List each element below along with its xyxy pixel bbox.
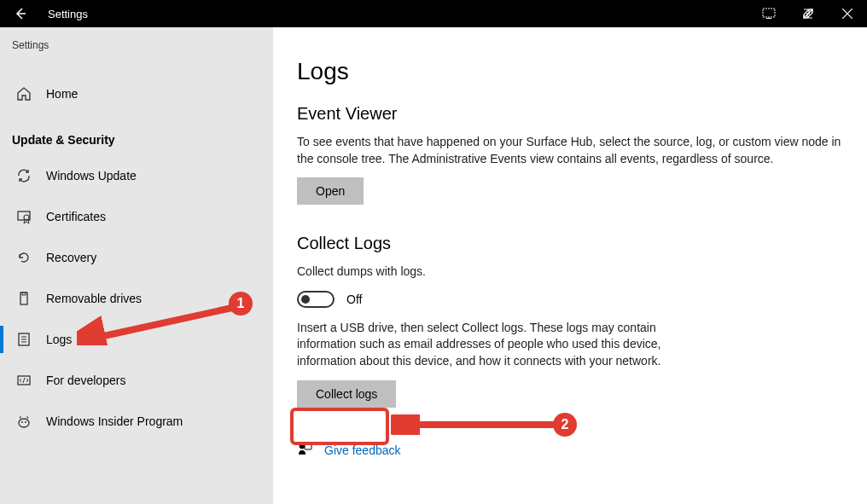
- close-button[interactable]: [828, 0, 867, 27]
- main-content: Logs Event Viewer To see events that hav…: [273, 27, 867, 504]
- back-button[interactable]: [9, 7, 32, 20]
- sidebar-item-windows-insider[interactable]: Windows Insider Program: [0, 401, 272, 442]
- sidebar-item-label: Recovery: [46, 251, 96, 264]
- usb-icon: [15, 291, 32, 306]
- svg-rect-8: [20, 293, 27, 304]
- event-viewer-body: To see events that have happened on your…: [297, 134, 843, 167]
- arrow-left-icon: [14, 7, 27, 20]
- sidebar-item-label: For developers: [46, 374, 125, 387]
- cast-icon: [762, 8, 776, 20]
- toggle-state-label: Off: [346, 293, 362, 306]
- svg-point-15: [19, 419, 29, 427]
- give-feedback-link[interactable]: Give feedback: [297, 442, 847, 460]
- sidebar: Settings Home Update & Security Windows …: [0, 27, 273, 504]
- sidebar-item-recovery[interactable]: Recovery: [0, 237, 272, 278]
- collect-dumps-label: Collect dumps with logs.: [297, 264, 847, 281]
- open-button[interactable]: Open: [297, 177, 364, 205]
- svg-point-7: [24, 215, 29, 220]
- collect-logs-body: Insert a USB drive, then select Collect …: [297, 320, 664, 370]
- feedback-label: Give feedback: [324, 443, 401, 457]
- recovery-icon: [15, 250, 32, 265]
- collect-logs-heading: Collect Logs: [297, 234, 847, 253]
- sidebar-item-label: Windows Insider Program: [46, 414, 183, 428]
- certificate-icon: [15, 209, 32, 224]
- sidebar-item-label: Home: [46, 87, 78, 101]
- logs-icon: [15, 332, 32, 347]
- svg-point-16: [21, 421, 23, 423]
- sidebar-item-logs[interactable]: Logs: [0, 319, 272, 360]
- sidebar-item-certificates[interactable]: Certificates: [0, 196, 272, 237]
- titlebar: Settings: [0, 0, 867, 27]
- sidebar-item-label: Logs: [46, 333, 72, 346]
- sidebar-item-label: Windows Update: [46, 169, 137, 182]
- sidebar-item-windows-update[interactable]: Windows Update: [0, 155, 272, 196]
- collect-logs-button[interactable]: Collect logs: [297, 380, 396, 408]
- page-title: Logs: [297, 58, 847, 85]
- sidebar-item-home[interactable]: Home: [0, 73, 272, 114]
- maximize-icon: [802, 8, 814, 20]
- breadcrumb: Settings: [0, 39, 272, 51]
- svg-rect-1: [766, 18, 771, 19]
- svg-rect-0: [763, 9, 775, 17]
- sidebar-section-title: Update & Security: [0, 114, 272, 155]
- event-viewer-heading: Event Viewer: [297, 104, 847, 124]
- dumps-toggle[interactable]: [297, 291, 335, 308]
- sync-icon: [15, 168, 32, 183]
- window-title: Settings: [48, 8, 88, 20]
- sidebar-item-for-developers[interactable]: For developers: [0, 360, 272, 401]
- home-icon: [15, 86, 32, 101]
- developers-icon: [15, 373, 32, 388]
- svg-point-18: [300, 443, 305, 449]
- sidebar-item-label: Removable drives: [46, 292, 142, 305]
- insider-icon: [15, 414, 32, 429]
- cast-button[interactable]: [749, 0, 788, 27]
- maximize-button[interactable]: [788, 0, 828, 27]
- sidebar-item-label: Certificates: [46, 210, 106, 223]
- sidebar-item-removable-drives[interactable]: Removable drives: [0, 278, 272, 319]
- close-icon: [842, 9, 852, 19]
- feedback-icon: [297, 442, 312, 460]
- svg-rect-9: [22, 293, 26, 295]
- svg-point-17: [25, 421, 26, 423]
- svg-rect-19: [305, 444, 311, 449]
